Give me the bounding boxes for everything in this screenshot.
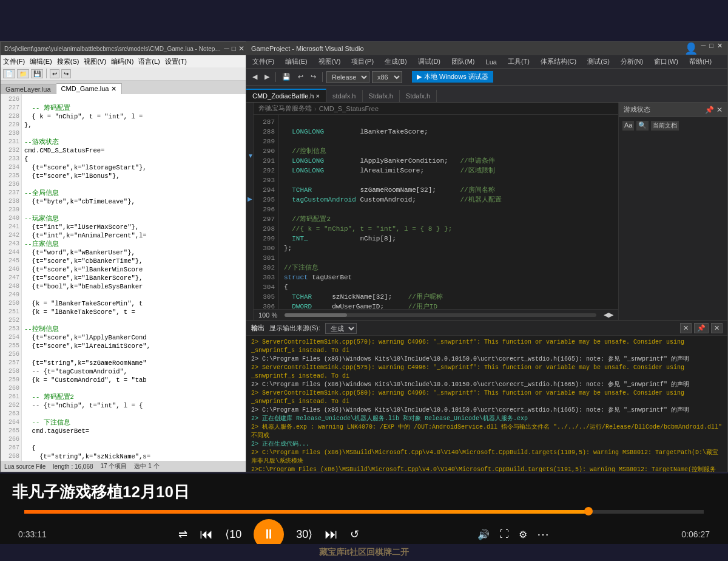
- notepad-menu-view[interactable]: 视图(V): [84, 57, 106, 66]
- vs-output-line-8: 2> 机器人服务.exp : warning LNK4070: /EXP 中的 …: [251, 423, 723, 440]
- vs-output-line-10: 2> C:\Program Files (x86)\MSBuild\Micros…: [251, 449, 723, 466]
- notepad-tabs: GameLayer.lua CMD_Game.lua ✕: [1, 81, 248, 94]
- vs-toolbar: ◀ ▶ 💾 ↩ ↪ Release x86 ▶ 本地 Windows 调试器: [246, 69, 727, 86]
- vs-menu-analyze[interactable]: 分析(N): [617, 56, 647, 67]
- progress-bar-fill: [24, 510, 588, 514]
- vs-run-btn[interactable]: ▶ 本地 Windows 调试器: [412, 71, 493, 83]
- vs-scroll-arrow-left[interactable]: ◀: [604, 311, 608, 319]
- vs-code-content[interactable]: 287288289290291 292293294295296 29729829…: [254, 115, 618, 309]
- vs-redo-btn[interactable]: ↪: [308, 72, 318, 82]
- vs-config-dropdown[interactable]: Release: [326, 71, 369, 83]
- vs-menu-test[interactable]: 测试(S): [584, 56, 613, 67]
- progress-dot: [584, 507, 593, 515]
- vs-run-label: 本地 Windows 调试器: [424, 72, 488, 81]
- vs-menu-help[interactable]: 帮助(H): [686, 56, 715, 67]
- code-text[interactable]: -- 筹码配置 { k = "nChip", t = "int", l = },…: [22, 94, 248, 461]
- vs-menu-tools[interactable]: 工具(T): [504, 56, 533, 67]
- vs-line-numbers: 287288289290291 292293294295296 29729829…: [254, 115, 279, 309]
- vs-main: ▼ ▶ 奔驰宝马兽服务端 › CMD_S_StatusFree 28728828…: [246, 103, 727, 472]
- notepad-menu-lang[interactable]: 语言(L): [138, 57, 160, 66]
- notepad-item-count: 17 个项目: [101, 462, 127, 471]
- notepad-tab-gamelayer[interactable]: GameLayer.lua: [1, 84, 56, 94]
- notepad-new-btn[interactable]: 📄: [3, 69, 15, 78]
- forward-btn[interactable]: 30⟩: [296, 528, 312, 541]
- repeat-btn[interactable]: ↺: [350, 528, 359, 541]
- vs-close-btn[interactable]: ✕: [717, 42, 723, 55]
- line-numbers: 226227228229230 231232233234235 23623723…: [1, 94, 22, 461]
- next-btn[interactable]: ⏭: [325, 526, 338, 542]
- vs-output-line-2: 2> C:\Program Files (x86)\Windows Kits\1…: [251, 355, 723, 364]
- vs-menu-edit[interactable]: 编辑(E): [281, 56, 311, 67]
- more-btn[interactable]: ⋯: [537, 527, 550, 542]
- vs-code-text[interactable]: LONGLONG lBankerTakeScore; //控制信息 LONGLO…: [279, 115, 618, 309]
- vs-output-line-7: 2> 正在创建库 Release_Unicode\机器人服务.lib 和对象 R…: [251, 415, 723, 423]
- volume-btn[interactable]: 🔊: [477, 529, 490, 540]
- vs-search-icon[interactable]: 🔍: [636, 121, 649, 131]
- bottom-watermark-text: 藏宝库it社区回棋牌二开: [319, 547, 410, 558]
- vs-menu-window[interactable]: 窗口(W): [650, 56, 682, 67]
- vs-expand-btn[interactable]: ▶: [248, 195, 252, 202]
- vs-menu-arch[interactable]: 体系结构(C): [537, 56, 580, 67]
- vs-back-btn[interactable]: ◀: [250, 72, 260, 82]
- vs-tab-stdafx2[interactable]: Stdafx.h: [363, 90, 400, 102]
- vs-menu-project[interactable]: 项目(P): [348, 56, 377, 67]
- vs-code-panel: 奔驰宝马兽服务端 › CMD_S_StatusFree 287288289290…: [254, 103, 618, 320]
- vs-breadcrumb-left: 奔驰宝马兽服务端: [258, 104, 312, 113]
- vs-sidebar-close-btn[interactable]: ✕: [716, 106, 723, 114]
- vs-tab-stdafx3[interactable]: Stdafx.h: [400, 90, 437, 102]
- vs-menu-team[interactable]: 团队(M): [448, 56, 479, 67]
- vs-menubar: 文件(F) 编辑(E) 视图(V) 项目(P) 生成(B) 调试(D) 团队(M…: [246, 55, 727, 69]
- settings-btn[interactable]: ⚙: [519, 529, 527, 540]
- notepad-menu-search[interactable]: 搜索(S): [57, 57, 79, 66]
- vs-menu-file[interactable]: 文件(F): [249, 56, 278, 67]
- vs-output-source-select[interactable]: 生成: [325, 323, 357, 334]
- vs-output-close-btn[interactable]: ✕: [711, 323, 723, 333]
- notepad-window: D:\sj\client\game\yule\animalbattlebcbmc…: [0, 41, 249, 472]
- prev-btn[interactable]: ⏮: [200, 526, 213, 542]
- vs-tab-cmdzodiac[interactable]: CMD_ZodiacBattle.h ×: [246, 89, 326, 102]
- notepad-menu-encode[interactable]: 编码(N): [111, 57, 133, 66]
- rewind-btn[interactable]: ⟨10: [225, 528, 241, 541]
- vs-save-btn[interactable]: 💾: [280, 72, 293, 82]
- notepad-close-btn[interactable]: ✕: [238, 44, 244, 53]
- vs-scroll-arrow-right[interactable]: ▶: [608, 311, 613, 319]
- vs-output-content: 2> ServerControlItemSink.cpp(570): warni…: [246, 336, 727, 472]
- vs-menu-build[interactable]: 生成(B): [381, 56, 411, 67]
- vs-menu-view[interactable]: 视图(V): [315, 56, 345, 67]
- vs-user-icon: 👤: [684, 42, 698, 55]
- vs-restore-btn[interactable]: □: [709, 42, 713, 55]
- notepad-save-btn[interactable]: 💾: [31, 69, 43, 78]
- vs-output-clear-btn[interactable]: ✕: [680, 323, 692, 333]
- notepad-undo-btn[interactable]: ↩: [50, 69, 59, 78]
- vs-output-pin-btn[interactable]: 📌: [694, 323, 709, 333]
- notepad-selection: 选中 1 个: [134, 462, 159, 471]
- media-title: 非凡子游戏移植12月10日: [12, 481, 189, 503]
- vs-menu-debug[interactable]: 调试(D): [414, 56, 444, 67]
- notepad-menu-settings[interactable]: 设置(T): [165, 57, 187, 66]
- vs-editor-area: ▼ ▶ 奔驰宝马兽服务端 › CMD_S_StatusFree 28728828…: [246, 103, 727, 320]
- vs-collapse-btn[interactable]: ▼: [248, 152, 252, 159]
- vs-menu-lua[interactable]: Lua: [482, 57, 500, 67]
- notepad-minimize-btn[interactable]: ─: [224, 44, 229, 53]
- notepad-content: 226227228229230 231232233234235 23623723…: [1, 94, 248, 461]
- notepad-statusbar: Lua source File length : 16,068 17 个项目 选…: [1, 461, 248, 472]
- shuffle-btn[interactable]: ⇌: [178, 528, 187, 541]
- progress-bar-container[interactable]: [24, 510, 704, 514]
- vs-undo-btn[interactable]: ↩: [295, 72, 306, 82]
- vs-tab-stdafx1[interactable]: stdafx.h: [326, 90, 363, 102]
- vs-hscrollbar-thumb[interactable]: [285, 313, 347, 317]
- notepad-open-btn[interactable]: 📁: [17, 69, 29, 78]
- vs-forward-btn[interactable]: ▶: [262, 72, 272, 82]
- vs-output-title: 输出: [251, 324, 265, 333]
- vs-aa-label: Aa: [622, 121, 634, 131]
- notepad-maximize-btn[interactable]: □: [232, 44, 236, 53]
- notepad-tab-cmdgame[interactable]: CMD_Game.lua ✕: [56, 83, 122, 94]
- vs-current-doc-btn[interactable]: 当前文档: [651, 121, 679, 131]
- notepad-menu-edit[interactable]: 编辑(E): [30, 57, 52, 66]
- vs-platform-dropdown[interactable]: x86: [372, 71, 402, 83]
- fullscreen-btn[interactable]: ⛶: [499, 529, 509, 540]
- notepad-redo-btn[interactable]: ↪: [61, 69, 71, 78]
- vs-minimize-btn[interactable]: ─: [701, 42, 706, 55]
- notepad-menu-file[interactable]: 文件(F): [3, 57, 25, 66]
- vs-sidebar-pin-btn[interactable]: 📌: [705, 106, 714, 114]
